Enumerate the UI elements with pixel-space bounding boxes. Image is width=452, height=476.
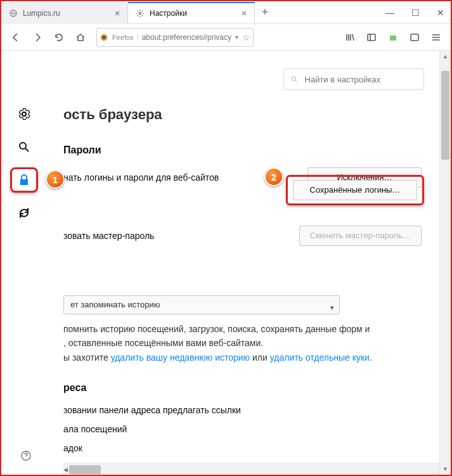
scroll-up-button[interactable]: ▲	[440, 51, 451, 62]
use-master-password-label: зовать мастер-пароль	[63, 231, 154, 241]
gear-icon	[136, 9, 145, 18]
dropdown-icon[interactable]: ▾	[235, 34, 238, 41]
saved-logins-button[interactable]: Сохранённые логины…	[293, 180, 417, 200]
history-description: помнить историю посещений, загрузок, пои…	[63, 322, 422, 364]
address-bar-opt2: адок	[63, 443, 422, 453]
search-icon	[18, 141, 30, 153]
url-identity: Firefox	[112, 34, 138, 41]
globe-icon	[9, 9, 18, 18]
clear-cookies-link[interactable]: удалить отдельные куки	[270, 352, 370, 363]
url-text: about:preferences#privacy	[142, 33, 231, 42]
svg-rect-6	[368, 34, 375, 41]
nav-general[interactable]	[16, 106, 32, 122]
annotation-frame-2: Сохранённые логины…	[286, 175, 424, 205]
scroll-down-button[interactable]: ▼	[440, 463, 451, 475]
tab-lumpics[interactable]: Lumpics.ru ×	[1, 3, 128, 24]
minimize-button[interactable]: —	[384, 8, 396, 18]
library-button[interactable]	[340, 28, 359, 47]
nav-search[interactable]	[16, 139, 32, 155]
annotation-badge-1: 1	[46, 170, 65, 189]
svg-rect-8	[390, 35, 396, 41]
sync-icon	[18, 207, 30, 219]
nav-privacy[interactable]	[16, 172, 32, 188]
history-mode-value: ет запоминать историю	[70, 300, 160, 309]
scroll-thumb[interactable]	[441, 71, 449, 160]
extension-button[interactable]	[384, 28, 403, 47]
svg-point-12	[20, 143, 26, 149]
vertical-scrollbar[interactable]: ▲ ▼	[439, 51, 451, 475]
address-bar-desc: зовании панели адреса предлагать ссылки	[63, 405, 422, 415]
new-tab-button[interactable]: +	[255, 6, 275, 19]
tab-label: Настройки	[150, 9, 239, 18]
svg-point-10	[292, 77, 295, 80]
home-button[interactable]	[71, 28, 90, 47]
annotation-frame-1	[10, 167, 38, 193]
url-bar[interactable]: Firefox about:preferences#privacy ▾ ☆	[96, 28, 254, 47]
firefox-icon	[100, 33, 108, 42]
annotation-badge-2: 2	[264, 167, 283, 186]
gear-icon	[18, 108, 30, 120]
tab-label: Lumpics.ru	[23, 9, 112, 18]
help-button[interactable]	[20, 450, 32, 463]
reload-button[interactable]	[49, 28, 68, 47]
horizontal-scrollbar[interactable]: ◀	[63, 463, 439, 475]
address-bar-opt1: ала посещений	[63, 424, 422, 434]
scroll-left-button[interactable]: ◀	[63, 464, 68, 475]
tab-strip: Lumpics.ru × Настройки × + — ☐ ✕	[1, 1, 451, 24]
clear-history-link[interactable]: удалить вашу недавнюю историю	[111, 352, 250, 363]
remember-logins-label: нать логины и пароли для веб-сайтов	[63, 172, 219, 183]
sidebar-button[interactable]	[362, 28, 381, 47]
close-icon[interactable]: ×	[239, 9, 249, 18]
settings-search[interactable]	[283, 68, 424, 90]
passwords-heading: Пароли	[63, 145, 422, 156]
svg-rect-9	[411, 34, 418, 41]
svg-line-13	[25, 148, 29, 151]
forward-button[interactable]	[28, 28, 47, 47]
search-icon	[290, 75, 299, 84]
menu-button[interactable]	[427, 28, 446, 47]
close-window-button[interactable]: ✕	[434, 8, 447, 18]
nav-toolbar: Firefox about:preferences#privacy ▾ ☆	[1, 24, 451, 51]
svg-point-5	[102, 35, 105, 39]
change-master-password-button: Сменить мастер-пароль…	[299, 226, 422, 246]
settings-search-input[interactable]	[304, 74, 417, 85]
svg-line-11	[295, 80, 297, 82]
panel-button[interactable]	[405, 28, 424, 47]
bookmark-star-icon[interactable]: ☆	[242, 32, 250, 42]
svg-point-3	[139, 12, 141, 15]
scroll-thumb[interactable]	[69, 465, 101, 474]
tab-settings[interactable]: Настройки ×	[128, 2, 255, 23]
address-bar-heading: реса	[63, 382, 422, 394]
close-icon[interactable]: ×	[112, 9, 122, 18]
history-mode-select[interactable]: ет запоминать историю	[63, 295, 340, 314]
maximize-button[interactable]: ☐	[409, 8, 422, 18]
nav-sync[interactable]	[16, 205, 32, 221]
help-icon	[20, 450, 32, 461]
section-heading: ость браузера	[63, 106, 422, 123]
back-button[interactable]	[6, 28, 25, 47]
